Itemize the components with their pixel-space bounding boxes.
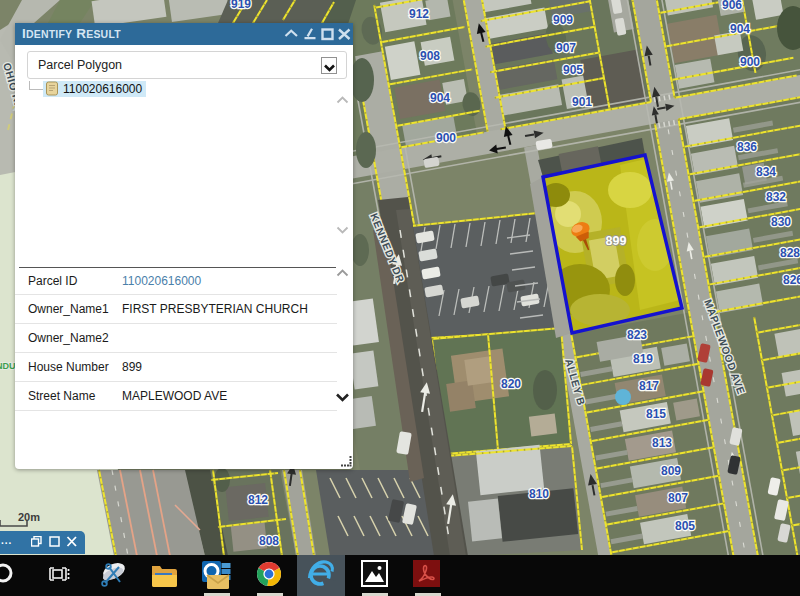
svg-text:815: 815: [646, 407, 666, 421]
svg-text:813: 813: [652, 436, 672, 450]
svg-text:836: 836: [737, 140, 757, 154]
svg-text:908: 908: [420, 49, 440, 63]
svg-text:899: 899: [606, 234, 627, 248]
svg-text:805: 805: [675, 519, 695, 533]
svg-text:900: 900: [436, 131, 456, 145]
svg-text:904: 904: [430, 91, 450, 105]
svg-text:812: 812: [248, 493, 268, 507]
svg-text:820: 820: [501, 377, 521, 391]
svg-text:904: 904: [730, 22, 750, 36]
svg-text:NDU: NDU: [0, 361, 16, 371]
svg-text:906: 906: [722, 0, 742, 12]
svg-text:807: 807: [668, 491, 688, 505]
svg-text:909: 909: [553, 13, 573, 27]
svg-text:808: 808: [259, 534, 279, 548]
svg-text:819: 819: [633, 352, 653, 366]
svg-text:810: 810: [529, 487, 549, 501]
svg-text:901: 901: [572, 95, 592, 109]
svg-text:828: 828: [780, 246, 800, 260]
svg-text:817: 817: [639, 379, 659, 393]
svg-text:830: 830: [771, 215, 791, 229]
svg-text:20m: 20m: [18, 511, 40, 523]
svg-text:823: 823: [627, 328, 647, 342]
svg-text:826: 826: [783, 273, 800, 287]
svg-text:834: 834: [756, 165, 776, 179]
svg-text:905: 905: [563, 63, 583, 77]
svg-text:912: 912: [409, 7, 429, 21]
svg-text:900: 900: [740, 55, 760, 69]
svg-text:919: 919: [231, 0, 251, 11]
svg-text:809: 809: [661, 464, 681, 478]
svg-text:832: 832: [766, 190, 786, 204]
svg-text:907: 907: [556, 41, 576, 55]
